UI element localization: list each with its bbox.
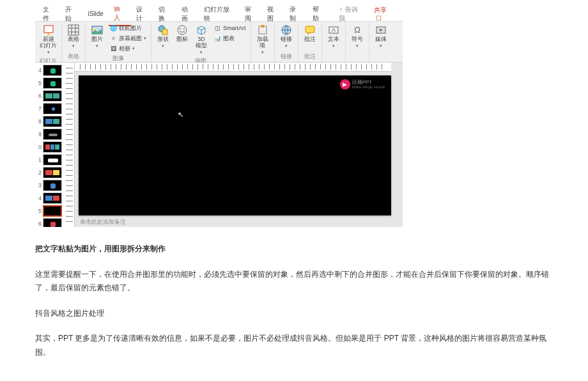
thumbnail-selected[interactable] bbox=[43, 205, 62, 217]
cursor-icon: ↖ bbox=[178, 111, 183, 119]
text-icon: A bbox=[328, 24, 339, 36]
thumbnail[interactable] bbox=[43, 128, 62, 140]
pictures-button[interactable]: 图片 ▾ bbox=[88, 23, 106, 50]
article-paragraph: 这里需要提醒一下，在使用合并图形里的功能时，必须先选中要保留的对象，然后再选中剩… bbox=[35, 268, 553, 295]
cube-icon bbox=[196, 24, 207, 36]
link-icon bbox=[281, 24, 292, 36]
link-button[interactable]: 链接▾ bbox=[277, 23, 295, 50]
work-area: 4 5 6 7 8 9 0 1 2 3 4 5 6 ↖ ▶ 比格PPT M bbox=[35, 63, 403, 227]
album-icon: 🖼 bbox=[109, 45, 117, 52]
svg-point-12 bbox=[180, 28, 181, 29]
media-button[interactable]: 媒体▾ bbox=[372, 23, 390, 50]
vertical-ruler bbox=[65, 63, 75, 227]
thumbnail[interactable] bbox=[43, 154, 62, 166]
screenshot-button[interactable]: ⌗屏幕截图 ▾ bbox=[107, 33, 148, 43]
svg-rect-2 bbox=[68, 25, 79, 35]
logo-badge-icon: ▶ bbox=[340, 79, 350, 89]
symbols-button[interactable]: Ω 符号▾ bbox=[348, 23, 366, 50]
group-label-tables: 表格 bbox=[65, 52, 82, 61]
screenshot-icon: ⌗ bbox=[109, 35, 117, 42]
globe-icon: 🌐 bbox=[109, 24, 117, 32]
thumbnail[interactable] bbox=[43, 77, 62, 89]
thumbnail[interactable] bbox=[43, 103, 62, 114]
icons-icon bbox=[176, 24, 188, 36]
addins-icon bbox=[257, 24, 268, 36]
thumbnail[interactable] bbox=[43, 218, 62, 227]
svg-rect-0 bbox=[44, 26, 53, 33]
thumbnail[interactable] bbox=[43, 90, 62, 102]
new-slide-icon bbox=[43, 24, 54, 36]
chart-icon: 📊 bbox=[213, 35, 221, 42]
notes-placeholder[interactable]: 单击此处添加备注 bbox=[75, 218, 391, 227]
tab-islide[interactable]: iSlide bbox=[82, 8, 108, 20]
svg-point-11 bbox=[178, 26, 187, 35]
smartart-icon: ◫ bbox=[213, 24, 221, 32]
chart-button[interactable]: 📊图表 bbox=[212, 33, 248, 43]
omega-icon: Ω bbox=[352, 24, 363, 36]
thumbnail[interactable] bbox=[43, 65, 62, 76]
shapes-button[interactable]: 形状▾ bbox=[154, 23, 172, 50]
group-label-links: 链接 bbox=[277, 52, 295, 61]
thumbnail[interactable] bbox=[43, 167, 62, 178]
group-label-comments: 批注 bbox=[301, 52, 319, 61]
smartart-button[interactable]: ◫SmartArt bbox=[212, 23, 248, 33]
svg-text:Ω: Ω bbox=[354, 25, 360, 35]
svg-rect-15 bbox=[261, 25, 264, 27]
svg-rect-1 bbox=[47, 33, 50, 35]
share-button[interactable]: 共享 ☐ bbox=[369, 6, 400, 22]
svg-rect-10 bbox=[162, 29, 167, 35]
svg-text:A: A bbox=[332, 27, 336, 33]
article-paragraph: 抖音风格之图片处理 bbox=[35, 307, 553, 321]
svg-rect-17 bbox=[306, 26, 314, 33]
shapes-icon bbox=[157, 24, 169, 36]
slide-thumbnails[interactable]: 4 5 6 7 8 9 0 1 2 3 4 5 6 bbox=[35, 63, 65, 227]
3d-models-button[interactable]: 3D 模型▾ bbox=[192, 23, 210, 56]
table-button[interactable]: 表格 ▾ bbox=[65, 23, 82, 50]
ribbon-tabs: 文件 开始 iSlide 插入 设计 切换 动画 幻灯片放映 审阅 视图 录制 … bbox=[35, 6, 403, 22]
new-slide-button[interactable]: 新建 幻灯片 ▾ bbox=[38, 23, 59, 56]
addins-button[interactable]: 加载 项▾ bbox=[254, 23, 272, 56]
thumbnail[interactable] bbox=[43, 180, 62, 191]
comment-icon bbox=[304, 24, 316, 36]
article-body: 把文字粘贴为图片，用图形拆分来制作 这里需要提醒一下，在使用合并图形里的功能时，… bbox=[0, 227, 588, 381]
online-pictures-button[interactable]: 🌐联机图片 bbox=[107, 23, 148, 33]
group-label-images: 图像 bbox=[88, 54, 148, 63]
icons-button[interactable]: 图标 bbox=[173, 23, 191, 44]
article-paragraph: 其实，PPT 更多是为了传递清晰有效的信息，如果不是必要，图片不必处理成抖音风格… bbox=[35, 332, 553, 359]
slide-canvas[interactable]: ↖ ▶ 比格PPT Make things simple bbox=[79, 75, 391, 215]
thumbnail[interactable] bbox=[43, 116, 62, 127]
article-heading: 把文字粘贴为图片，用图形拆分来制作 bbox=[35, 242, 553, 256]
horizontal-ruler bbox=[75, 63, 391, 72]
ribbon: 新建 幻灯片 ▾ 幻灯片 表格 ▾ 表格 图片 ▾ bbox=[35, 22, 403, 63]
table-icon bbox=[68, 24, 79, 36]
album-button[interactable]: 🖼相册 ▾ bbox=[107, 43, 148, 54]
watermark-logo: ▶ 比格PPT Make things simple bbox=[340, 79, 385, 89]
media-icon bbox=[375, 24, 387, 36]
comment-button[interactable]: 批注 bbox=[301, 23, 319, 44]
thumbnail[interactable] bbox=[43, 141, 62, 153]
thumbnail[interactable] bbox=[43, 192, 62, 204]
powerpoint-screenshot: 文件 开始 iSlide 插入 设计 切换 动画 幻灯片放映 审阅 视图 录制 … bbox=[35, 6, 403, 227]
picture-icon bbox=[91, 24, 103, 36]
textbox-button[interactable]: A 文本▾ bbox=[325, 23, 343, 50]
svg-point-13 bbox=[183, 28, 185, 29]
